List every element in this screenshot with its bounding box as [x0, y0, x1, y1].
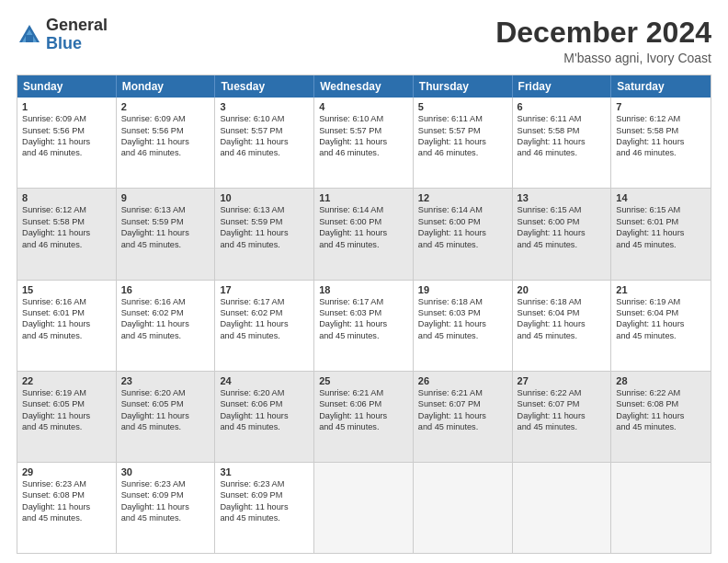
cell-line: and 45 minutes.	[518, 421, 607, 432]
logo-icon	[17, 22, 42, 48]
cell-line: Sunrise: 6:16 AM	[121, 296, 210, 307]
cell-line: and 46 minutes.	[220, 147, 309, 158]
cell-line: and 45 minutes.	[22, 421, 111, 432]
cell-line: and 45 minutes.	[616, 239, 706, 250]
day-number: 10	[220, 192, 309, 203]
weekday-header: Thursday	[414, 75, 513, 98]
day-number: 23	[121, 375, 210, 386]
cell-line: and 46 minutes.	[121, 147, 210, 158]
weekday-header: Wednesday	[314, 75, 414, 98]
cell-line: Sunset: 5:59 PM	[220, 216, 309, 227]
cell-line: Sunset: 6:01 PM	[616, 216, 706, 227]
cell-line: Sunset: 6:07 PM	[418, 398, 507, 409]
cell-line: and 46 minutes.	[616, 147, 706, 158]
cell-line: Sunset: 6:00 PM	[518, 216, 607, 227]
calendar-cell: 20Sunrise: 6:18 AMSunset: 6:04 PMDayligh…	[513, 281, 612, 371]
calendar-cell: 2Sunrise: 6:09 AMSunset: 5:56 PMDaylight…	[117, 98, 216, 188]
header: General Blue December 2024 M'basso agni,…	[17, 17, 711, 65]
cell-line: Sunset: 6:02 PM	[121, 307, 210, 318]
cell-line: Daylight: 11 hours	[418, 318, 507, 329]
calendar-cell: 25Sunrise: 6:21 AMSunset: 6:06 PMDayligh…	[314, 372, 414, 462]
cell-line: Sunrise: 6:18 AM	[418, 296, 507, 307]
cell-line: and 45 minutes.	[616, 330, 706, 341]
day-number: 28	[616, 375, 706, 386]
cell-line: and 46 minutes.	[22, 239, 111, 250]
cell-line: Daylight: 11 hours	[518, 136, 607, 147]
cell-line: Sunset: 6:00 PM	[319, 216, 408, 227]
cell-line: Daylight: 11 hours	[220, 501, 309, 512]
day-number: 6	[518, 101, 607, 112]
cell-line: Daylight: 11 hours	[418, 227, 507, 238]
cell-line: Sunset: 5:57 PM	[220, 125, 309, 136]
cell-line: and 45 minutes.	[22, 512, 111, 523]
cell-line: Sunrise: 6:13 AM	[121, 204, 210, 215]
cell-line: Sunrise: 6:15 AM	[616, 204, 706, 215]
cell-line: Daylight: 11 hours	[319, 136, 408, 147]
cell-line: Daylight: 11 hours	[319, 227, 408, 238]
calendar-cell: 22Sunrise: 6:19 AMSunset: 6:05 PMDayligh…	[17, 372, 117, 462]
cell-line: and 46 minutes.	[22, 147, 111, 158]
calendar-cell: 1Sunrise: 6:09 AMSunset: 5:56 PMDaylight…	[17, 98, 117, 188]
cell-line: Daylight: 11 hours	[319, 410, 408, 421]
cell-line: Daylight: 11 hours	[22, 410, 111, 421]
cell-line: and 45 minutes.	[121, 512, 210, 523]
day-number: 2	[121, 101, 210, 112]
calendar-cell: 9Sunrise: 6:13 AMSunset: 5:59 PMDaylight…	[117, 189, 216, 279]
calendar-page: General Blue December 2024 M'basso agni,…	[0, 0, 728, 563]
cell-line: Sunrise: 6:22 AM	[518, 387, 607, 398]
calendar-cell: 5Sunrise: 6:11 AMSunset: 5:57 PMDaylight…	[414, 98, 513, 188]
day-number: 1	[22, 101, 111, 112]
cell-line: Daylight: 11 hours	[518, 410, 607, 421]
cell-line: and 45 minutes.	[121, 330, 210, 341]
cell-line: Sunrise: 6:20 AM	[121, 387, 210, 398]
calendar-cell: 26Sunrise: 6:21 AMSunset: 6:07 PMDayligh…	[414, 372, 513, 462]
calendar-row: 1Sunrise: 6:09 AMSunset: 5:56 PMDaylight…	[17, 98, 711, 188]
day-number: 11	[319, 192, 408, 203]
cell-line: Sunrise: 6:22 AM	[616, 387, 706, 398]
calendar-cell: 24Sunrise: 6:20 AMSunset: 6:06 PMDayligh…	[215, 372, 314, 462]
cell-line: Sunset: 6:03 PM	[319, 307, 408, 318]
cell-line: Sunset: 6:01 PM	[22, 307, 111, 318]
calendar-cell	[314, 463, 414, 553]
cell-line: Daylight: 11 hours	[616, 410, 706, 421]
title-block: December 2024 M'basso agni, Ivory Coast	[495, 17, 711, 65]
cell-line: Sunrise: 6:16 AM	[22, 296, 111, 307]
cell-line: Sunset: 5:57 PM	[319, 125, 408, 136]
calendar-cell: 8Sunrise: 6:12 AMSunset: 5:58 PMDaylight…	[17, 189, 117, 279]
day-number: 18	[319, 284, 408, 295]
calendar-cell: 30Sunrise: 6:23 AMSunset: 6:09 PMDayligh…	[117, 463, 216, 553]
cell-line: Sunset: 6:05 PM	[121, 398, 210, 409]
calendar-cell: 28Sunrise: 6:22 AMSunset: 6:08 PMDayligh…	[611, 372, 711, 462]
day-number: 31	[220, 466, 309, 477]
cell-line: Sunrise: 6:15 AM	[518, 204, 607, 215]
cell-line: Daylight: 11 hours	[22, 227, 111, 238]
day-number: 3	[220, 101, 309, 112]
cell-line: Daylight: 11 hours	[418, 410, 507, 421]
day-number: 24	[220, 375, 309, 386]
cell-line: Sunrise: 6:19 AM	[22, 387, 111, 398]
calendar-body: 1Sunrise: 6:09 AMSunset: 5:56 PMDaylight…	[17, 98, 711, 553]
day-number: 9	[121, 192, 210, 203]
calendar-cell: 27Sunrise: 6:22 AMSunset: 6:07 PMDayligh…	[513, 372, 612, 462]
cell-line: Sunrise: 6:21 AM	[319, 387, 408, 398]
cell-line: Sunset: 6:09 PM	[121, 489, 210, 500]
cell-line: Sunrise: 6:12 AM	[616, 113, 706, 124]
cell-line: Sunset: 5:56 PM	[121, 125, 210, 136]
cell-line: Sunrise: 6:09 AM	[121, 113, 210, 124]
location: M'basso agni, Ivory Coast	[495, 51, 711, 65]
cell-line: and 45 minutes.	[121, 239, 210, 250]
cell-line: Sunset: 5:56 PM	[22, 125, 111, 136]
cell-line: and 45 minutes.	[220, 330, 309, 341]
day-number: 13	[518, 192, 607, 203]
cell-line: Sunset: 5:58 PM	[518, 125, 607, 136]
day-number: 19	[418, 284, 507, 295]
cell-line: and 45 minutes.	[220, 421, 309, 432]
cell-line: Daylight: 11 hours	[616, 136, 706, 147]
calendar-cell: 23Sunrise: 6:20 AMSunset: 6:05 PMDayligh…	[117, 372, 216, 462]
cell-line: Sunset: 6:08 PM	[616, 398, 706, 409]
day-number: 16	[121, 284, 210, 295]
cell-line: and 45 minutes.	[22, 330, 111, 341]
day-number: 27	[518, 375, 607, 386]
calendar-cell: 17Sunrise: 6:17 AMSunset: 6:02 PMDayligh…	[215, 281, 314, 371]
calendar-cell: 31Sunrise: 6:23 AMSunset: 6:09 PMDayligh…	[215, 463, 314, 553]
